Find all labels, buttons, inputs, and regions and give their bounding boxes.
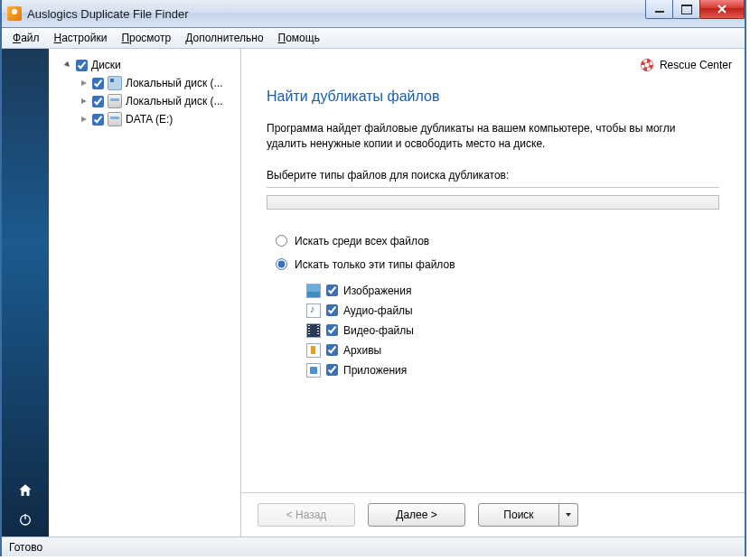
- rescue-center-link[interactable]: Rescue Center: [640, 58, 732, 72]
- main-panel: Rescue Center Найти дубликаты файлов Про…: [241, 49, 745, 537]
- section-label: Выберите типы файлов для поиска дубликат…: [267, 169, 719, 182]
- filetype-apps: Приложения: [306, 363, 719, 378]
- tree-node-1[interactable]: Локальный диск (...: [49, 92, 237, 110]
- chevron-down-icon: [565, 511, 572, 518]
- button-bar: < Назад Далее > Поиск: [241, 492, 745, 537]
- home-icon[interactable]: [17, 482, 33, 499]
- filetype-apps-checkbox[interactable]: [326, 364, 338, 376]
- progress-bar: [267, 195, 719, 210]
- drive-tree: Диски Локальный диск (... Локальный диск…: [49, 49, 241, 537]
- tree-root[interactable]: Диски: [49, 56, 237, 74]
- tree-node-checkbox[interactable]: [92, 114, 104, 126]
- filetype-audio-checkbox[interactable]: [326, 304, 338, 316]
- next-button[interactable]: Далее >: [368, 503, 465, 527]
- video-icon: [306, 323, 321, 338]
- radio-search-types-input[interactable]: [276, 258, 287, 270]
- titlebar: Auslogics Duplicate File Finder: [2, 0, 745, 28]
- filetype-audio: Аудио-файлы: [306, 303, 719, 318]
- status-text: Готово: [9, 541, 42, 554]
- filetype-archives-checkbox[interactable]: [326, 344, 338, 356]
- minimize-button[interactable]: [645, 0, 673, 19]
- filetype-images-label: Изображения: [343, 285, 411, 297]
- sidebar: [2, 49, 49, 537]
- close-button[interactable]: [699, 0, 745, 19]
- divider: [267, 187, 719, 188]
- body: Диски Локальный диск (... Локальный диск…: [2, 49, 745, 537]
- radio-search-all-input[interactable]: [276, 235, 287, 247]
- disk-icon: [108, 94, 122, 108]
- tree-node-0[interactable]: Локальный диск (...: [49, 74, 237, 92]
- expander-icon[interactable]: [63, 61, 72, 70]
- tree-node-checkbox[interactable]: [92, 78, 104, 89]
- expander-icon[interactable]: [80, 115, 89, 124]
- menu-view[interactable]: Просмотр: [114, 28, 178, 48]
- search-button-group: Поиск: [478, 503, 578, 527]
- radio-search-types[interactable]: Искать только эти типы файлов: [276, 258, 719, 271]
- menu-settings[interactable]: Настройки: [47, 28, 115, 48]
- search-dropdown[interactable]: [559, 503, 578, 527]
- app-window: Auslogics Duplicate File Finder Файл Нас…: [0, 0, 746, 556]
- radio-search-types-label: Искать только эти типы файлов: [295, 258, 455, 271]
- image-icon: [306, 284, 321, 298]
- filetype-images: Изображения: [306, 284, 719, 298]
- radio-search-all[interactable]: Искать среди всех файлов: [276, 235, 719, 247]
- filetype-archives: Архивы: [306, 343, 719, 358]
- radio-search-all-label: Искать среди всех файлов: [295, 235, 429, 247]
- filetype-video-label: Видео-файлы: [343, 324, 414, 337]
- status-bar: Готово: [2, 537, 745, 556]
- power-icon[interactable]: [17, 511, 33, 527]
- menu-file[interactable]: Файл: [5, 28, 47, 48]
- svg-point-3: [644, 62, 650, 68]
- application-icon: [306, 363, 321, 378]
- search-button[interactable]: Поиск: [478, 503, 559, 527]
- expander-icon[interactable]: [80, 79, 89, 88]
- filetype-list: Изображения Аудио-файлы Видео-файлы: [306, 284, 719, 378]
- tree-node-2[interactable]: DATA (E:): [49, 110, 237, 128]
- tree-node-label: Локальный диск (...: [126, 95, 223, 107]
- menubar: Файл Настройки Просмотр Дополнительно По…: [2, 28, 745, 49]
- back-button: < Назад: [258, 503, 355, 527]
- filetype-images-checkbox[interactable]: [326, 285, 338, 296]
- disk-icon: [108, 112, 122, 126]
- filetype-video-checkbox[interactable]: [326, 324, 338, 336]
- lifebuoy-icon: [640, 58, 654, 72]
- page-heading: Найти дубликаты файлов: [267, 89, 719, 105]
- menu-help[interactable]: Помощь: [271, 28, 327, 48]
- content: Найти дубликаты файлов Программа найдет …: [241, 49, 745, 378]
- tree-root-label: Диски: [91, 59, 121, 71]
- menu-advanced[interactable]: Дополнительно: [178, 28, 270, 48]
- filetype-archives-label: Архивы: [343, 344, 381, 357]
- expander-icon[interactable]: [80, 97, 89, 106]
- maximize-button[interactable]: [672, 0, 700, 19]
- filetype-audio-label: Аудио-файлы: [343, 304, 413, 317]
- page-description: Программа найдет файловые дубликаты на в…: [267, 121, 691, 153]
- tree-root-checkbox[interactable]: [76, 60, 88, 71]
- archive-icon: [306, 343, 321, 358]
- tree-node-label: DATA (E:): [126, 113, 173, 126]
- rescue-center-label: Rescue Center: [660, 59, 732, 71]
- tree-node-checkbox[interactable]: [92, 96, 104, 107]
- window-title: Auslogics Duplicate File Finder: [27, 7, 188, 21]
- window-controls: [646, 0, 745, 18]
- filetype-video: Видео-файлы: [306, 323, 719, 338]
- filetype-apps-label: Приложения: [343, 364, 407, 377]
- tree-node-label: Локальный диск (...: [126, 77, 223, 89]
- audio-icon: [306, 303, 321, 318]
- disk-icon: [108, 76, 122, 90]
- app-icon: [7, 6, 22, 21]
